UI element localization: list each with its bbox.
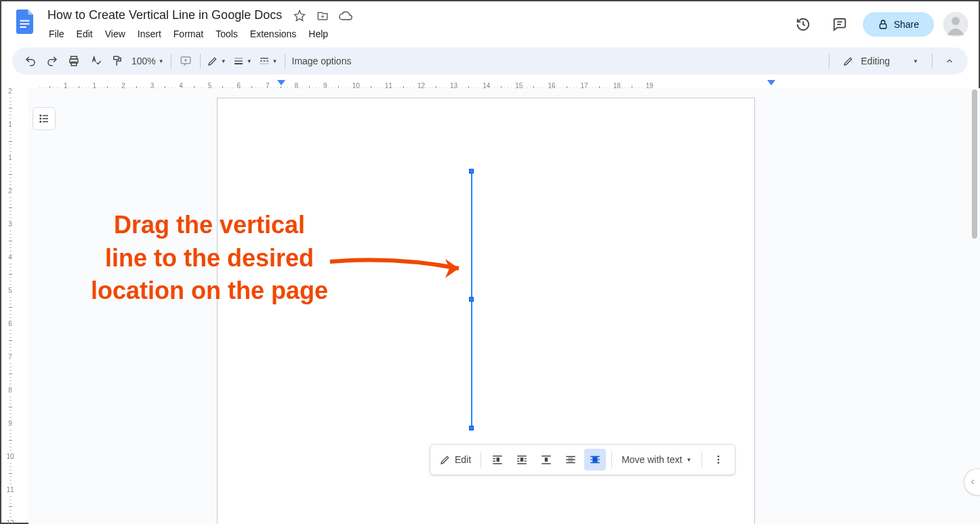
pencil-icon: [843, 56, 854, 66]
right-indent-marker[interactable]: [767, 80, 775, 88]
annotation-arrow: [327, 249, 476, 283]
menu-file[interactable]: File: [43, 26, 70, 42]
menu-format[interactable]: Format: [168, 26, 209, 42]
border-color-button[interactable]: ▼: [205, 51, 229, 71]
position-dropdown[interactable]: Move with text▼: [617, 449, 695, 470]
selected-vertical-line[interactable]: [471, 172, 472, 428]
separator: [481, 451, 481, 468]
chevron-down-icon: ▼: [913, 58, 918, 64]
wrap-text-button[interactable]: [511, 449, 533, 470]
separator: [701, 451, 702, 468]
ctx-edit-button[interactable]: Edit: [436, 449, 475, 470]
in-front-of-text-button[interactable]: [584, 449, 606, 470]
svg-point-23: [40, 118, 41, 119]
document-page[interactable]: Edit Move with text▼: [217, 98, 755, 524]
svg-rect-5: [880, 24, 886, 28]
svg-rect-2: [20, 26, 26, 28]
menu-insert[interactable]: Insert: [132, 26, 167, 42]
share-button[interactable]: Share: [863, 12, 934, 37]
history-icon[interactable]: [790, 11, 817, 38]
menu-extensions[interactable]: Extensions: [245, 26, 302, 42]
svg-rect-50: [592, 457, 598, 462]
border-dash-button[interactable]: ▼: [256, 51, 281, 71]
separator: [285, 54, 285, 68]
break-text-button[interactable]: [535, 449, 557, 470]
star-icon[interactable]: [291, 7, 308, 24]
cloud-status-icon[interactable]: [338, 7, 354, 24]
scrollbar-thumb[interactable]: [972, 89, 977, 239]
show-outline-button[interactable]: [33, 107, 56, 130]
svg-rect-1: [20, 23, 29, 24]
collapse-toolbar-button[interactable]: [939, 51, 960, 71]
move-icon[interactable]: [314, 7, 331, 24]
share-label: Share: [894, 19, 919, 30]
image-options-button[interactable]: Image options: [289, 51, 354, 71]
more-options-button[interactable]: [708, 449, 729, 470]
avatar[interactable]: [943, 12, 968, 37]
editing-mode-dropdown[interactable]: Editing ▼: [836, 53, 925, 69]
separator: [611, 451, 612, 468]
svg-point-7: [952, 17, 960, 25]
separator: [932, 54, 933, 68]
chevron-down-icon: ▼: [159, 58, 164, 64]
svg-rect-0: [20, 20, 29, 22]
comments-icon[interactable]: [826, 11, 853, 38]
print-button[interactable]: [64, 51, 84, 71]
svg-point-25: [40, 121, 41, 123]
separator: [829, 54, 830, 68]
vertical-ruler[interactable]: 2112345678910111213: [4, 88, 16, 524]
document-title[interactable]: How to Create Vertical Line in Google Do…: [45, 7, 285, 24]
chevron-down-icon: ▼: [247, 58, 252, 64]
svg-rect-29: [497, 458, 500, 462]
menu-edit[interactable]: Edit: [71, 26, 98, 42]
spellcheck-button[interactable]: [85, 51, 106, 71]
scrollbar[interactable]: [972, 89, 977, 517]
svg-point-52: [717, 459, 719, 461]
menu-tools[interactable]: Tools: [210, 26, 243, 42]
paint-format-button[interactable]: [107, 51, 127, 71]
menu-view[interactable]: View: [100, 26, 131, 42]
menu-help[interactable]: Help: [303, 26, 333, 42]
toolbar: 100%▼ ▼ ▼ ▼ Image options Editing ▼: [12, 47, 968, 75]
chevron-down-icon: ▼: [272, 58, 278, 64]
svg-rect-40: [545, 458, 548, 462]
chevron-down-icon: ▼: [687, 457, 692, 463]
separator: [200, 54, 201, 68]
chevron-down-icon: ▼: [221, 58, 226, 64]
pencil-icon: [440, 454, 451, 465]
separator: [171, 54, 171, 68]
behind-text-button[interactable]: [560, 449, 581, 470]
svg-point-53: [717, 462, 719, 464]
annotation-text: Drag the vertical line to the desired lo…: [70, 209, 348, 308]
zoom-dropdown[interactable]: 100%▼: [129, 51, 167, 71]
svg-point-21: [40, 115, 41, 117]
svg-point-51: [717, 456, 719, 458]
image-context-toolbar: Edit Move with text▼: [430, 444, 735, 475]
indent-marker[interactable]: [277, 80, 285, 88]
border-weight-button[interactable]: ▼: [230, 51, 255, 71]
add-comment-button[interactable]: [176, 51, 196, 71]
menubar: File Edit View Insert Format Tools Exten…: [43, 24, 790, 42]
undo-button[interactable]: [20, 51, 41, 71]
svg-rect-35: [520, 458, 524, 462]
resize-handle-middle[interactable]: [469, 297, 474, 302]
wrap-inline-button[interactable]: [487, 449, 508, 470]
svg-rect-11: [114, 56, 119, 60]
docs-logo[interactable]: [12, 8, 39, 35]
canvas-area[interactable]: Edit Move with text▼ Drag the vertical l…: [28, 88, 980, 524]
redo-button[interactable]: [42, 51, 62, 71]
resize-handle-top[interactable]: [469, 169, 474, 174]
resize-handle-bottom[interactable]: [469, 426, 474, 430]
lock-icon: [878, 19, 889, 30]
